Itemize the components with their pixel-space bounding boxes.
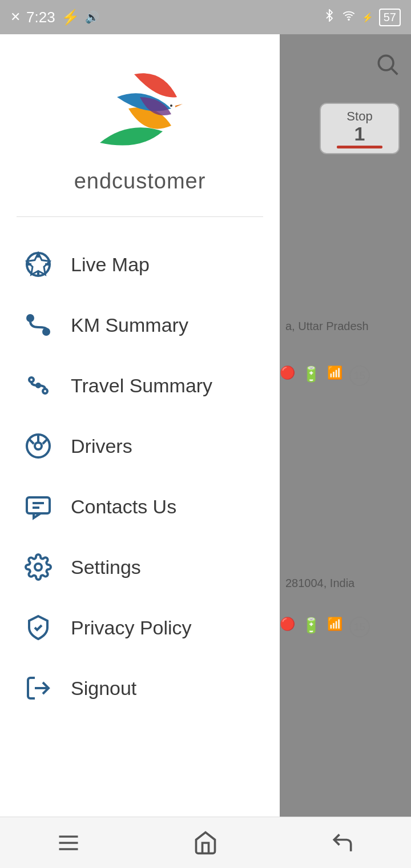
home-button[interactable] <box>183 826 228 860</box>
steering-icon <box>23 431 54 461</box>
usb-icon: ⚡ <box>61 9 79 26</box>
battery-full-icon2: 🔋 <box>302 617 320 637</box>
background-panel <box>280 34 411 868</box>
gear-icon <box>23 552 54 582</box>
status-left: ✕ 7:23 ⚡ 🔊 <box>10 9 99 26</box>
signout-icon <box>23 673 54 704</box>
signout-label: Signout <box>71 677 136 700</box>
svg-point-26 <box>35 564 42 570</box>
sidebar-item-drivers[interactable]: Drivers <box>17 416 263 476</box>
sidebar-item-privacy-policy[interactable]: Privacy Policy <box>17 597 263 658</box>
travel-summary-label: Travel Summary <box>71 375 212 397</box>
svg-line-21 <box>29 439 34 444</box>
svg-point-17 <box>37 384 40 387</box>
speed-badge: 15 <box>349 365 370 386</box>
svg-point-13 <box>29 317 31 319</box>
red-alert-icon: 🔴 <box>280 365 295 386</box>
svg-line-2 <box>392 69 397 74</box>
signal-bars-icon: 📶 <box>327 365 342 386</box>
battery-full-icon: 🔋 <box>302 365 320 386</box>
carrier-icon: 🔊 <box>85 10 99 24</box>
live-map-label: Live Map <box>71 254 150 276</box>
address1-text: a, Uttar Pradesh <box>285 320 369 333</box>
km-summary-label: KM Summary <box>71 314 188 336</box>
time-display: 7:23 <box>26 9 55 26</box>
stop-number: 1 <box>354 124 365 143</box>
svg-point-19 <box>35 443 42 449</box>
speed-badge2: 15 <box>349 617 370 637</box>
sidebar-item-contacts[interactable]: Contacts Us <box>17 476 263 537</box>
svg-rect-23 <box>27 497 50 513</box>
charging-icon: ⚡ <box>362 12 373 23</box>
svg-point-0 <box>348 19 349 20</box>
switch-icon <box>23 370 54 401</box>
status-icons-row1: 🔴 🔋 📶 15 <box>280 365 370 386</box>
drawer-panel: endcustomer Live Map <box>0 34 280 868</box>
red-alert-icon2: 🔴 <box>280 617 295 637</box>
divider <box>17 216 263 217</box>
svg-line-22 <box>43 439 47 444</box>
sidebar-item-signout[interactable]: Signout <box>17 658 263 718</box>
status-right: ⚡ 57 <box>323 9 401 26</box>
stop-underline <box>337 146 382 148</box>
menu-list: Live Map KM Summary <box>0 234 280 822</box>
back-button[interactable] <box>320 826 365 860</box>
sidebar-item-travel-summary[interactable]: Travel Summary <box>17 355 263 416</box>
menu-button[interactable] <box>46 826 91 860</box>
wifi-icon <box>341 9 356 25</box>
stop-card: Stop 1 <box>320 103 400 154</box>
logo-section: endcustomer <box>0 34 280 211</box>
contacts-label: Contacts Us <box>71 496 176 518</box>
message-icon <box>23 491 54 522</box>
svg-point-4 <box>170 105 172 107</box>
app-logo <box>83 63 197 160</box>
settings-label: Settings <box>71 556 141 578</box>
search-icon[interactable] <box>374 51 400 79</box>
sidebar-item-live-map[interactable]: Live Map <box>17 234 263 295</box>
svg-point-14 <box>45 331 47 333</box>
privacy-policy-label: Privacy Policy <box>71 617 192 639</box>
svg-point-1 <box>378 55 393 70</box>
address2-text: 281004, India <box>285 577 354 590</box>
status-icons-row2: 🔴 🔋 📶 15 <box>280 617 370 637</box>
signal-bars-icon2: 📶 <box>327 617 342 637</box>
username-label: endcustomer <box>74 169 206 194</box>
svg-point-16 <box>43 389 47 393</box>
navigation-icon <box>23 249 54 280</box>
bottom-nav <box>0 817 411 868</box>
bluetooth-icon <box>323 9 336 25</box>
sidebar-item-km-summary[interactable]: KM Summary <box>17 295 263 355</box>
sidebar-item-settings[interactable]: Settings <box>17 537 263 597</box>
svg-point-15 <box>29 377 34 382</box>
drivers-label: Drivers <box>71 435 132 457</box>
shield-icon <box>23 612 54 643</box>
status-bar: ✕ 7:23 ⚡ 🔊 ⚡ 57 <box>0 0 411 34</box>
stop-label: Stop <box>346 109 372 124</box>
battery-display: 57 <box>379 9 401 26</box>
route-icon <box>23 310 54 340</box>
close-icon: ✕ <box>10 10 21 25</box>
